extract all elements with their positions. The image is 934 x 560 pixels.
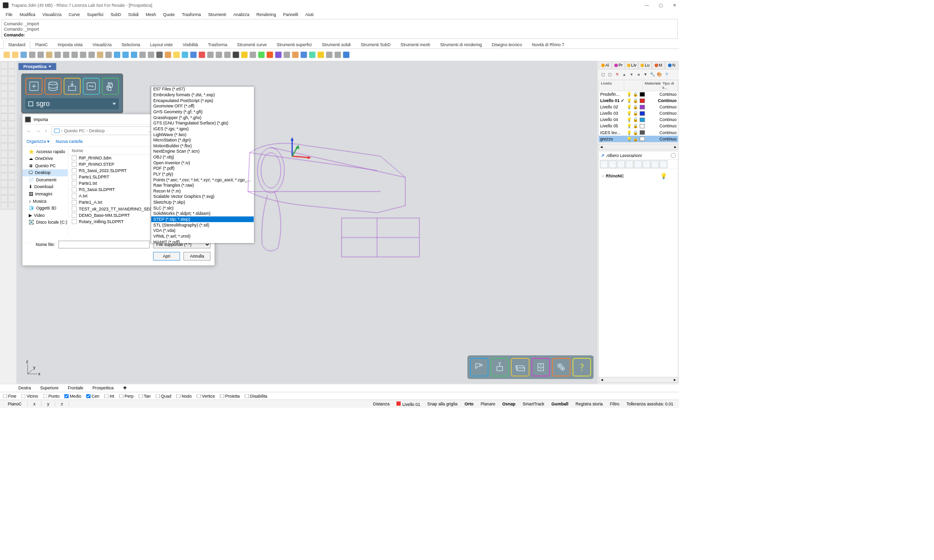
toolbar-button-6[interactable] <box>54 51 62 59</box>
new-folder-button[interactable]: Nuova cartella <box>55 139 83 144</box>
filetype-option[interactable]: E57 Files (*.e57) <box>151 87 253 92</box>
dropdown-icon[interactable] <box>112 103 116 105</box>
address-bar[interactable]: › Questo PC › Desktop ⌄ <box>52 126 153 135</box>
tab-strumenti-di-rendering[interactable]: Strumenti di rendering <box>435 40 486 49</box>
toolbar-button-40[interactable] <box>342 51 350 59</box>
osnap-medio[interactable]: Medio <box>64 394 81 399</box>
float-btn-library[interactable] <box>45 78 62 95</box>
float-search-input[interactable] <box>36 100 107 108</box>
toolbar-button-38[interactable] <box>325 51 333 59</box>
tool-3[interactable] <box>8 69 16 76</box>
tool-26[interactable] <box>0 158 8 165</box>
layer-row[interactable]: Predefin...💡🔒Continuo <box>599 91 678 98</box>
help-icon[interactable]: ? <box>664 71 670 78</box>
tool-18[interactable] <box>0 128 8 136</box>
expand-left-icon[interactable]: ◂ <box>635 71 642 78</box>
float-btn-swap[interactable] <box>83 78 100 95</box>
tool-17[interactable] <box>8 121 16 128</box>
tool-16[interactable] <box>0 121 8 128</box>
filetype-option[interactable]: NextEngine Scan (*.scn) <box>151 149 253 155</box>
panel-tab-lu[interactable]: Lu <box>638 61 651 69</box>
status-filtro[interactable]: Filtro <box>606 402 623 406</box>
delete-layer-icon[interactable]: ✕ <box>614 71 620 78</box>
toolbar-button-13[interactable] <box>113 51 121 59</box>
menu-subd[interactable]: SubD <box>108 12 124 18</box>
viewport-menu-dropdown-icon[interactable] <box>49 66 52 68</box>
toolbar-button-19[interactable] <box>164 51 172 59</box>
filetype-option[interactable]: OBJ (*.obj) <box>151 155 253 160</box>
tree-item[interactable]: ☁OneDrive <box>22 155 68 162</box>
osnap-disabilita[interactable]: Disabilita <box>245 394 267 399</box>
menu-mesh[interactable]: Mesh <box>143 12 159 18</box>
osnap-vertice[interactable]: Vertice <box>197 394 215 399</box>
toolbar-button-24[interactable] <box>207 51 215 59</box>
filter-icon[interactable]: ▼ <box>642 71 648 78</box>
tool-38[interactable] <box>0 203 8 210</box>
menu-modifica[interactable]: Modifica <box>17 12 38 18</box>
tool-30[interactable] <box>0 173 8 180</box>
status-snap-alla-griglia[interactable]: Snap alla griglia <box>424 402 461 406</box>
tab-standard[interactable]: Standard <box>3 41 30 49</box>
filetype-option[interactable]: Grasshopper (*.gh, *.ghx) <box>151 115 253 121</box>
tab-disegno-tecnico[interactable]: Disegno tecnico <box>487 40 527 49</box>
tool-13[interactable] <box>8 106 16 113</box>
tool-1[interactable] <box>8 61 16 69</box>
tool-5[interactable] <box>8 76 16 84</box>
tab-layout-viste[interactable]: Layout viste <box>145 40 177 49</box>
filetype-option[interactable]: STEP (*.stp; *.step) <box>151 217 253 223</box>
action-cabinet[interactable] <box>532 358 550 376</box>
minimize-button[interactable]: — <box>645 3 649 8</box>
rhinonc-tool-3[interactable] <box>626 160 633 168</box>
layer-row[interactable]: Livello 02💡🔒Continuo <box>599 104 678 110</box>
filetype-option[interactable]: Geomview OFF (*.off) <box>151 104 253 109</box>
rhinonc-tool-5[interactable] <box>643 160 650 168</box>
filetype-dropdown[interactable]: E57 Files (*.e57)Embroidery formats (*.d… <box>151 86 254 243</box>
view-tab-destra[interactable]: Destra <box>14 385 35 392</box>
view-tab-superiore[interactable]: Superiore <box>36 385 63 392</box>
panel-tab-n[interactable]: N <box>665 61 678 69</box>
tool-9[interactable] <box>8 91 16 99</box>
tool-25[interactable] <box>8 151 16 158</box>
col-linetype[interactable]: Tipo di li... <box>660 80 678 91</box>
filetype-option[interactable]: SketchUp (*.skp) <box>151 200 253 206</box>
tool-33[interactable] <box>8 180 16 188</box>
filetype-option[interactable]: Raw Triangles (*.raw) <box>151 183 253 189</box>
nav-back-icon[interactable]: ← <box>27 128 32 134</box>
rhinonc-tool-6[interactable] <box>651 160 659 168</box>
col-layer[interactable]: Livello <box>599 80 624 91</box>
viewport-prospettica[interactable]: Prospettica xzy <box>16 61 597 384</box>
status-planare[interactable]: Planare <box>477 402 499 406</box>
filetype-option[interactable]: Scalable Vector Graphics (*.svg) <box>151 194 253 200</box>
status-gumball[interactable]: Gumball <box>548 402 572 406</box>
menu-solidi[interactable]: Solidi <box>126 12 142 18</box>
tool-12[interactable] <box>0 106 8 113</box>
tab-strumenti-mesh[interactable]: Strumenti mesh <box>396 40 435 49</box>
filetype-option[interactable]: MicroStation (*.dgn) <box>151 138 253 143</box>
filetype-option[interactable]: SolidWorks (*.sldprt; *.sldasm) <box>151 211 253 217</box>
filetype-option[interactable]: Recon M (*.m) <box>151 188 253 194</box>
tool-15[interactable] <box>8 113 16 121</box>
move-up-icon[interactable]: ▴ <box>621 71 628 78</box>
tool-8[interactable] <box>0 91 8 99</box>
toolbar-button-15[interactable] <box>130 51 138 59</box>
toolbar-button-9[interactable] <box>79 51 87 59</box>
toolbar-button-32[interactable] <box>274 51 282 59</box>
checkbox-icon[interactable] <box>28 101 33 106</box>
tool-0[interactable] <box>0 61 8 69</box>
toolbar-button-0[interactable] <box>3 51 11 59</box>
osnap-perp[interactable]: Perp <box>119 394 133 399</box>
tool-24[interactable] <box>0 151 8 158</box>
tab-visualizza[interactable]: Visualizza <box>88 40 116 49</box>
layer-row[interactable]: IGES lev...💡🔒Continuo <box>599 129 678 136</box>
panel-tab-ai[interactable]: Ai <box>598 61 611 69</box>
filetype-option[interactable]: VDA (*.vda) <box>151 228 253 234</box>
menu-superfici[interactable]: Superfici <box>84 12 107 18</box>
tab-strumenti-subd[interactable]: Strumenti SubD <box>356 40 395 49</box>
toolbar-button-27[interactable] <box>232 51 240 59</box>
new-layer-icon[interactable]: ◻ <box>600 71 606 78</box>
menu-file[interactable]: File <box>3 12 16 18</box>
layer-row[interactable]: Livello 03💡🔒Continuo <box>599 110 678 117</box>
filetype-option[interactable]: Points (*.asc; *.csv; *.txt; *.xyz; *.cg… <box>151 177 253 183</box>
toolbar-button-3[interactable] <box>28 51 36 59</box>
open-button[interactable]: Apri <box>153 252 180 260</box>
